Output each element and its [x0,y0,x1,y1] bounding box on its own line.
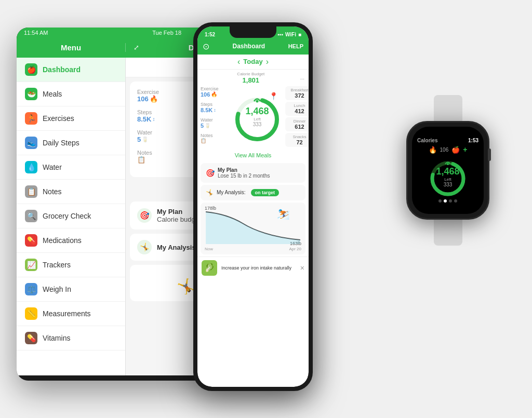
analysis-label: My Analysis: [157,244,198,251]
meals-icon: 🥗 [25,88,37,100]
watch-apple-container: 1,468 Left 333 [426,156,470,197]
phone-help-button[interactable]: HELP [288,43,303,49]
plan-target-icon: 🎯 [137,208,152,223]
sidebar-item-weigh-in[interactable]: ⚖️ Weigh In [17,277,125,302]
steps-stat: Steps 8.5K ↕ [137,109,159,123]
phone-dots-button[interactable]: ⊙ [203,42,209,51]
sidebar-label-weighin: Weigh In [43,285,71,293]
sidebar-item-grocery-check[interactable]: 🔍 Grocery Check [17,204,125,228]
phone-on-target-badge: on target [251,189,280,196]
phone-today-bar: ‹ Today › [197,55,309,70]
sidebar-item-vitamins[interactable]: 💊 Vitamins [17,326,125,350]
measurements-icon: 📏 [25,307,37,320]
phone-water-stat: Water 5 🥛 [201,117,229,129]
phone-left-stats: Exercise 106 🔥 Steps 8.5K ↕ [201,86,229,147]
sidebar-item-measurements[interactable]: 📏 Measurements [17,302,125,326]
phone-pin-icon: 📍 [269,92,278,100]
phone-notes-stat: Notes 📋 [201,133,229,143]
phone-calorie-budget: Calorie Budget 1,801 [237,72,264,84]
phone-analysis-label: My Analysis: [217,190,246,195]
phone-dinner-stat: Dinner 612 [285,117,309,131]
phone-breakfast-label: Breakfast [288,88,309,92]
phone-dots-menu[interactable]: ... [300,75,304,80]
phone-dinner-value: 612 [288,124,309,130]
phone-budget-label: Calorie Budget [237,72,264,76]
phone-nav-title: Dashboard [232,43,265,50]
sidebar-item-daily-steps[interactable]: 👟 Daily Steps [17,131,125,155]
sidebar-item-dashboard[interactable]: 🍎 Dashboard [17,58,125,82]
phone-view-all-meals[interactable]: View All Meals [197,150,309,161]
sidebar-label-dashboard: Dashboard [43,65,81,74]
sidebar-label-medications: Medications [43,236,82,245]
phone-lunch-value: 412 [288,108,309,114]
dashboard-icon: 🍎 [25,63,37,76]
watch-status-bar: Calories 1:53 [415,138,481,143]
grocery-icon: 🔍 [25,210,37,222]
phone-calorie-area: Exercise 106 🔥 Steps 8.5K ↕ [197,84,309,150]
phone-steps-stat: Steps 8.5K ↕ [201,102,229,113]
phone-dinner-label: Dinner [288,119,309,124]
sidebar-item-medications[interactable]: 💊 Medications [17,228,125,253]
sidebar-item-exercises[interactable]: 🏃 Exercises [17,106,125,131]
phone-plan-title: My Plan [218,167,270,173]
sidebar-label-exercises: Exercises [43,114,74,123]
phone-next-arrow[interactable]: › [266,57,269,66]
sidebar-item-water[interactable]: 💧 Water [17,155,125,180]
sidebar-label-water: Water [43,163,62,171]
sidebar-label-notes: Notes [43,187,62,196]
watch-dot-1 [438,199,442,203]
phone-notch [230,26,276,38]
phone-budget-row: Calorie Budget 1,801 ... [197,70,309,84]
exercise-value: 106 🔥 [137,95,159,103]
phone-budget-value: 1,801 [237,76,264,84]
watch-dot-4 [454,199,457,203]
watch-icons-row: 🔥 106 🍎 + [429,145,468,154]
sidebar-item-meals[interactable]: 🥗 Meals [17,82,125,106]
phone-ad-close[interactable]: × [300,264,304,272]
notes-value: 📋 [137,156,159,164]
phone-left-value: 333 [245,122,269,127]
stick-figure-icon: 🤸 [177,278,195,295]
phone-exercise-value: 106 🔥 [201,91,229,98]
notes-icon: 📋 [25,185,37,198]
watch-left-value: 333 [436,182,459,187]
phone-navbar: ⊙ Dashboard HELP [197,39,309,55]
tablet-arrows[interactable]: ⤢ [126,44,147,51]
sidebar-label-daily-steps: Daily Steps [43,139,79,147]
watch-calories-consumed: 1,468 [436,166,459,177]
watch-dot-2 [444,199,447,203]
phone-notes-label: Notes [201,133,229,138]
phone-plan-text: Lose 15 lb in 2 months [218,173,270,179]
phone-prev-arrow[interactable]: ‹ [237,57,240,66]
steps-label: Steps [137,109,159,115]
phone-apple-chart: 1,468 Left 333 📍 [231,91,283,143]
flame-icon: 🔥 [150,95,158,103]
steps-icon: 👟 [25,137,37,149]
watch-time: 1:53 [468,138,478,143]
phone-calories-consumed: 1,468 [245,106,269,117]
phone-analysis: 🤸 My Analysis: on target [201,185,305,200]
watch-plus-button[interactable]: + [463,145,467,154]
exercise-stat: Exercise 106 🔥 [137,89,159,103]
phone-wifi: WiFi [285,32,296,37]
sidebar-label-measurements: Measurements [43,309,91,318]
sidebar-label-grocery: Grocery Check [43,212,91,220]
apple-watch: Calories 1:53 🔥 106 🍎 + [396,95,500,220]
water-label: Water [137,129,159,136]
skier-icon: ⛷️ [277,208,290,220]
phone-lunch-stat: Lunch 412 [285,102,309,116]
phone-my-plan: 🎯 My Plan Lose 15 lb in 2 months [201,163,305,183]
exercise-label: Exercise [137,89,159,95]
phone-steps-value: 8.5K ↕ [201,107,229,113]
watch-dot-3 [449,199,452,203]
water-stat: Water 5 🥛 [137,129,159,143]
tablet-menu-label[interactable]: Menu [17,43,126,52]
phone: 1:52 ▪▪▪ WiFi ■ ⊙ Dashboard HELP ‹ Today… [193,22,313,391]
svg-point-5 [256,100,259,102]
phone-right-stats: Breakfast 372 Lunch 412 Dinner 612 Snack… [285,86,309,147]
sidebar-item-trackers[interactable]: 📈 Trackers [17,253,125,277]
phone-water-label: Water [201,117,229,123]
sidebar-item-notes[interactable]: 📋 Notes [17,180,125,204]
notes-label: Notes [137,150,159,156]
weighin-icon: ⚖️ [25,283,37,295]
